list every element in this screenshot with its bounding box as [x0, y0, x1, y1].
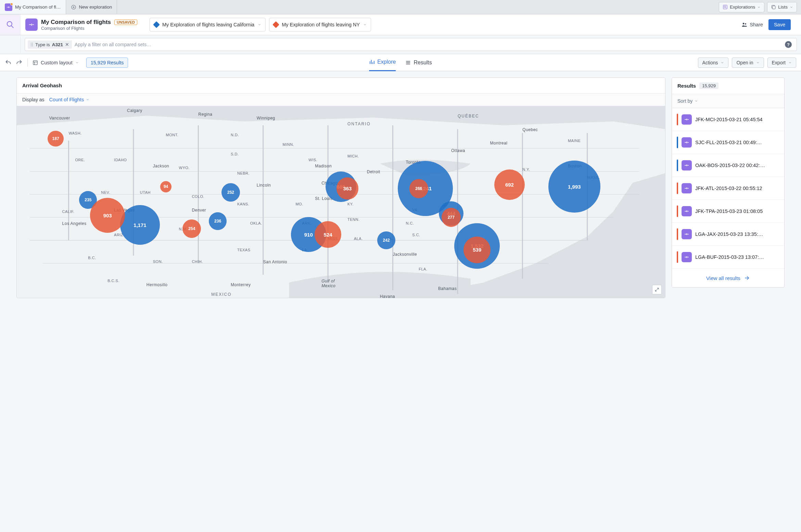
result-item[interactable]: SJC-FLL-2015-03-21 00:49:…	[672, 131, 784, 154]
arrow-right-icon	[744, 275, 750, 281]
result-item[interactable]: OAK-BOS-2015-03-22 00:42:…	[672, 154, 784, 177]
layout-icon	[33, 60, 38, 65]
series-color-bar	[677, 182, 678, 194]
map-bubble[interactable]: 252	[221, 183, 240, 202]
result-item[interactable]: LGA-BUF-2015-03-23 13:07:…	[672, 246, 784, 269]
map-bubble[interactable]: 363	[336, 177, 359, 200]
expand-map-button[interactable]	[652, 285, 662, 294]
chevron-down-icon	[363, 23, 367, 26]
sidebar-magnify[interactable]	[0, 14, 21, 35]
map-bubble[interactable]: 236	[209, 212, 227, 230]
filter-input-container[interactable]: Type is A321 ✕ Apply a filter on all com…	[25, 38, 797, 51]
result-label: JFK-ATL-2015-03-22 00:55:12	[695, 186, 762, 191]
filter-chip-value: A321	[52, 42, 63, 47]
svg-point-9	[32, 43, 33, 43]
series-color-bar	[677, 160, 678, 171]
display-as-value: Count of Flights	[49, 97, 84, 102]
workspace-tab-label: My Comparison of fl…	[15, 4, 61, 10]
filter-chip-prefix: Type is	[35, 42, 50, 47]
diamond-icon	[272, 21, 279, 28]
tab-explore[interactable]: Explore	[369, 54, 396, 71]
display-as-label: Display as	[22, 97, 44, 102]
map-bubble[interactable]: 539	[463, 237, 491, 264]
help-icon[interactable]: ?	[785, 41, 792, 48]
tab-results[interactable]: Results	[405, 54, 432, 71]
result-item[interactable]: LGA-JAX-2015-03-23 13:35:…	[672, 223, 784, 246]
exploration-ny-label: My Exploration of flights leaving NY	[282, 22, 360, 27]
svg-point-7	[745, 23, 746, 25]
map-bubble[interactable]: 692	[494, 169, 525, 200]
comparison-icon	[25, 18, 38, 31]
result-label: JFK-MCI-2015-03-21 05:45:54	[695, 117, 763, 122]
flight-icon	[682, 206, 692, 216]
map-bubble[interactable]: 266	[409, 179, 428, 198]
view-all-results-link[interactable]: View all results	[672, 269, 784, 287]
svg-point-12	[31, 46, 31, 46]
view-all-label: View all results	[706, 275, 740, 281]
map-bubble[interactable]: 1,993	[548, 161, 600, 213]
actions-label: Actions	[702, 60, 718, 65]
explorations-dropdown[interactable]: Explorations	[719, 2, 764, 12]
export-label: Export	[772, 60, 786, 65]
result-item[interactable]: JFK-ATL-2015-03-22 00:55:12	[672, 177, 784, 200]
share-button[interactable]: Share	[741, 22, 763, 28]
share-label: Share	[750, 22, 763, 27]
result-item[interactable]: JFK-MCI-2015-03-21 05:45:54	[672, 108, 784, 131]
result-label: OAK-BOS-2015-03-22 00:42:…	[695, 163, 765, 168]
unsaved-dot-icon	[10, 3, 13, 5]
series-color-bar	[677, 137, 678, 148]
remove-filter-icon[interactable]: ✕	[65, 42, 69, 47]
save-button[interactable]: Save	[768, 19, 791, 30]
result-label: SJC-FLL-2015-03-21 00:49:…	[695, 140, 762, 145]
layout-dropdown[interactable]: Custom layout	[33, 60, 79, 65]
result-item[interactable]: JFK-TPA-2015-03-23 01:08:05	[672, 200, 784, 223]
chevron-down-icon	[788, 61, 792, 64]
svg-point-13	[32, 46, 33, 46]
chevron-down-icon	[757, 5, 761, 9]
flight-icon	[682, 137, 692, 148]
svg-point-11	[32, 44, 33, 45]
flight-icon	[682, 160, 692, 170]
map-bubble[interactable]: 187	[48, 131, 63, 147]
map-bubble[interactable]: 524	[315, 221, 341, 248]
workspace-tab-active[interactable]: My Comparison of fl…	[0, 0, 66, 14]
filter-placeholder: Apply a filter on all compared sets…	[75, 42, 151, 47]
open-in-dropdown[interactable]: Open in	[732, 58, 764, 68]
diamond-icon	[153, 21, 160, 28]
svg-point-2	[724, 6, 726, 8]
map-bubble[interactable]: 277	[442, 208, 461, 227]
chevron-down-icon	[790, 5, 793, 9]
undo-button[interactable]	[5, 59, 12, 66]
map-card-title: Arrival Geohash	[17, 78, 665, 93]
filter-spacer	[0, 36, 21, 53]
magnify-icon	[6, 20, 15, 29]
tab-explore-label: Explore	[377, 59, 396, 65]
chevron-down-icon	[86, 98, 89, 101]
actions-dropdown[interactable]: Actions	[698, 58, 729, 68]
explorations-label: Explorations	[730, 4, 755, 10]
new-exploration-label: New exploration	[79, 4, 112, 10]
flight-icon	[682, 183, 692, 193]
lists-dropdown[interactable]: Lists	[767, 2, 797, 12]
exploration-ca-dropdown[interactable]: My Exploration of flights leaving Califo…	[150, 18, 266, 31]
series-color-bar	[677, 114, 678, 125]
chevron-down-icon	[721, 61, 724, 64]
filter-chip[interactable]: Type is A321 ✕	[28, 40, 72, 49]
sort-by-dropdown[interactable]: Sort by	[672, 94, 784, 108]
results-count-button[interactable]: 15,929 Results	[86, 58, 128, 68]
exploration-ca-label: My Exploration of flights leaving Califo…	[162, 22, 254, 27]
export-dropdown[interactable]: Export	[767, 58, 796, 68]
new-exploration-tab[interactable]: New exploration	[66, 0, 117, 14]
search-square-icon	[723, 4, 728, 10]
map-bubble[interactable]: 94	[160, 181, 171, 192]
map-canvas[interactable]: Vancouver Calgary Regina Winnipeg Ontari…	[17, 106, 665, 298]
unsaved-badge: UNSAVED	[114, 20, 137, 25]
map-bubble[interactable]: 903	[90, 198, 125, 233]
redo-button[interactable]	[16, 59, 23, 66]
display-as-dropdown[interactable]: Count of Flights	[49, 97, 90, 102]
map-bubble[interactable]: 1,171	[120, 205, 160, 245]
exploration-ny-dropdown[interactable]: My Exploration of flights leaving NY	[269, 18, 371, 31]
map-bubble[interactable]: 242	[377, 231, 395, 250]
chevron-down-icon	[695, 99, 698, 103]
separator	[27, 59, 28, 67]
